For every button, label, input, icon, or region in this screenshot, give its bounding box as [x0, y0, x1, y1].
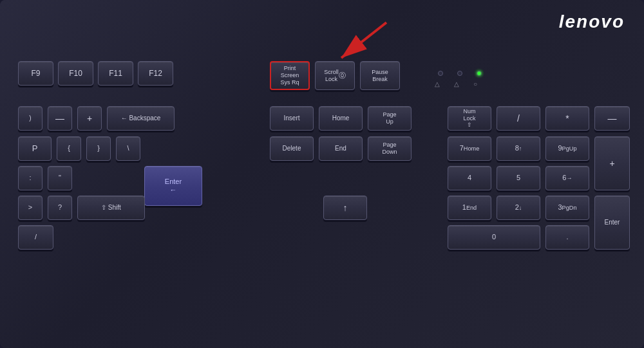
annotation-arrow [322, 19, 399, 64]
numpad-enter-key[interactable]: Enter [594, 196, 630, 250]
close-paren-key[interactable]: ) [18, 106, 43, 131]
numpad-minus-key[interactable]: — [594, 106, 630, 131]
numpad-6-key[interactable]: 6→ [545, 166, 589, 190]
up-arrow-key[interactable]: ↑ [323, 196, 367, 220]
delete-key[interactable]: Delete [270, 136, 314, 161]
svg-line-1 [341, 23, 386, 58]
close-brace-key[interactable]: } [86, 136, 111, 161]
page-down-key[interactable]: PageDown [368, 136, 412, 161]
pipe-key[interactable]: \ [116, 136, 140, 161]
f12-key[interactable]: F12 [138, 61, 173, 86]
f9-key[interactable]: F9 [18, 61, 53, 86]
print-screen-key[interactable]: PrintScreenSys Rq [270, 61, 310, 90]
led-icon-2: △ [454, 80, 459, 87]
enter-key[interactable]: Enter← [144, 166, 202, 206]
slash-bottom-key[interactable]: / [18, 225, 53, 250]
home-key[interactable]: Home [319, 106, 363, 131]
greater-than-key[interactable]: > [18, 196, 43, 220]
numpad-4-key[interactable]: 4 [448, 166, 491, 190]
led-scroll-lock [438, 71, 443, 76]
f11-key[interactable]: F11 [98, 61, 133, 86]
numpad-asterisk-key[interactable]: * [545, 106, 589, 131]
shift-key[interactable]: ⇧ Shift [77, 196, 145, 220]
numpad-7-key[interactable]: 7Home [448, 136, 491, 161]
insert-key[interactable]: Insert [270, 106, 314, 131]
p-key[interactable]: P [18, 136, 52, 161]
numpad-0-key[interactable]: 0 [448, 225, 540, 250]
question-key[interactable]: ? [48, 196, 72, 220]
numpad-8-key[interactable]: 8↑ [497, 136, 540, 161]
numpad-3-key[interactable]: 3PgDn [545, 196, 589, 220]
colon-key[interactable]: : [18, 166, 43, 190]
keyboard-image: lenovo △ △ ○ F9 F10 F11 F12 PrintScreenS… [0, 0, 644, 348]
minus-key[interactable]: — [48, 106, 72, 131]
numpad-5-key[interactable]: 5 [497, 166, 540, 190]
lenovo-logo: lenovo [559, 12, 625, 32]
led-caps-lock [457, 71, 462, 76]
page-up-key[interactable]: PageUp [368, 106, 412, 131]
open-brace-key[interactable]: { [57, 136, 81, 161]
quote-key[interactable]: " [48, 166, 72, 190]
led-icon-1: △ [435, 80, 440, 87]
backspace-key[interactable]: ← Backspace [107, 106, 175, 131]
led-icon-3: ○ [473, 80, 477, 87]
numpad-plus-key[interactable]: + [594, 136, 630, 190]
numpad-1-key[interactable]: 1End [448, 196, 491, 220]
num-lock-key[interactable]: NumLock⇧ [448, 106, 491, 131]
scroll-lock-key[interactable]: ScrollLock⓪ [315, 61, 355, 90]
numpad-dot-key[interactable]: . [545, 225, 589, 250]
numpad-9-key[interactable]: 9PgUp [545, 136, 589, 161]
plus-key[interactable]: + [77, 106, 102, 131]
numpad-2-key[interactable]: 2↓ [497, 196, 540, 220]
numpad-slash-key[interactable]: / [497, 106, 540, 131]
pause-break-key[interactable]: PauseBreak [360, 61, 400, 90]
led-num-lock [477, 71, 482, 76]
f10-key[interactable]: F10 [58, 61, 93, 86]
end-key[interactable]: End [319, 136, 363, 161]
